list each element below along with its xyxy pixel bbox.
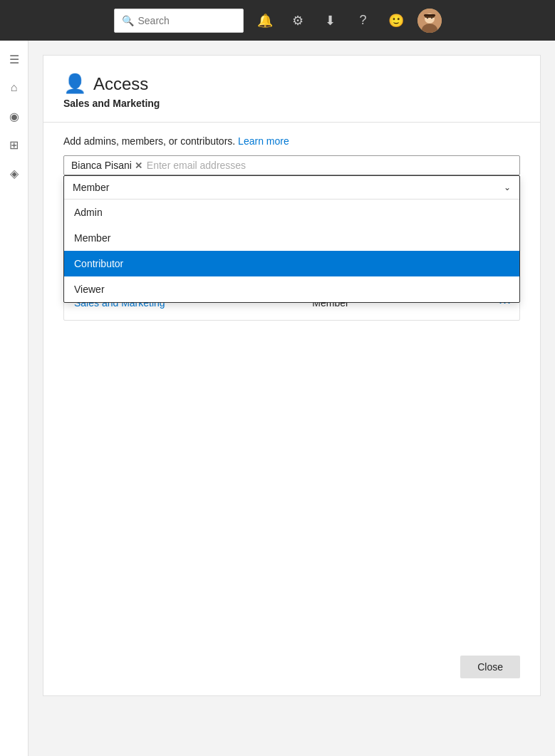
chip-label: Bianca Pisani [71, 160, 132, 171]
close-button[interactable]: Close [460, 656, 520, 678]
dropdown-option-contributor[interactable]: Contributor [64, 251, 519, 276]
access-header: 👤 Access [63, 73, 520, 95]
search-icon: 🔍 [122, 15, 134, 26]
dropdown-chevron-icon: ⌄ [504, 182, 511, 192]
sidebar: ☰ ⌂ ◉ ⊞ ◈ [0, 41, 28, 756]
add-desc-text: Add admins, members, or contributors. [63, 135, 235, 147]
avatar[interactable] [417, 9, 442, 33]
settings-icon[interactable]: ⚙ [286, 9, 309, 32]
dropdown-option-viewer[interactable]: Viewer [64, 276, 519, 302]
access-title: Access [93, 74, 148, 94]
access-person-icon: 👤 [63, 73, 86, 95]
chip-remove-icon[interactable]: ✕ [135, 160, 142, 171]
help-icon[interactable]: ? [352, 9, 375, 32]
topbar: 🔍 🔔 ⚙ ⬇ ? 🙂 [0, 0, 555, 41]
content-area: 👤 Access Sales and Marketing Add admins,… [28, 41, 555, 756]
divider [43, 122, 540, 123]
email-input-row[interactable]: Bianca Pisani ✕ Enter email addresses [63, 155, 520, 175]
close-button-row: Close [460, 656, 520, 678]
sidebar-nav-3[interactable]: ◈ [1, 160, 27, 186]
dropdown-header[interactable]: Member ⌄ [64, 176, 519, 200]
learn-more-link[interactable]: Learn more [238, 135, 289, 147]
download-icon[interactable]: ⬇ [319, 9, 342, 32]
notification-icon[interactable]: 🔔 [254, 9, 276, 32]
sidebar-nav-2[interactable]: ⊞ [1, 132, 27, 157]
main-layout: ☰ ⌂ ◉ ⊞ ◈ 👤 Access Sales and Marketing A… [0, 41, 555, 756]
access-panel: 👤 Access Sales and Marketing Add admins,… [43, 55, 541, 696]
access-subtitle: Sales and Marketing [63, 98, 520, 109]
search-box[interactable]: 🔍 [114, 9, 244, 33]
sidebar-home-icon[interactable]: ⌂ [1, 75, 27, 100]
dropdown-selected-label: Member [73, 182, 109, 193]
dropdown-list[interactable]: Member ⌄ Admin Member Contributor Viewer [63, 175, 520, 303]
sidebar-menu-icon[interactable]: ☰ [1, 46, 27, 72]
dropdown-option-member[interactable]: Member [64, 225, 519, 251]
avatar-image [417, 9, 442, 33]
feedback-icon[interactable]: 🙂 [385, 9, 408, 32]
email-chip: Bianca Pisani ✕ [71, 160, 142, 171]
add-description: Add admins, members, or contributors. Le… [63, 135, 520, 147]
svg-rect-6 [424, 14, 435, 16]
dropdown-option-admin[interactable]: Admin [64, 200, 519, 225]
search-input[interactable] [138, 15, 231, 26]
sidebar-nav-1[interactable]: ◉ [1, 103, 27, 129]
email-placeholder[interactable]: Enter email addresses [147, 160, 512, 171]
